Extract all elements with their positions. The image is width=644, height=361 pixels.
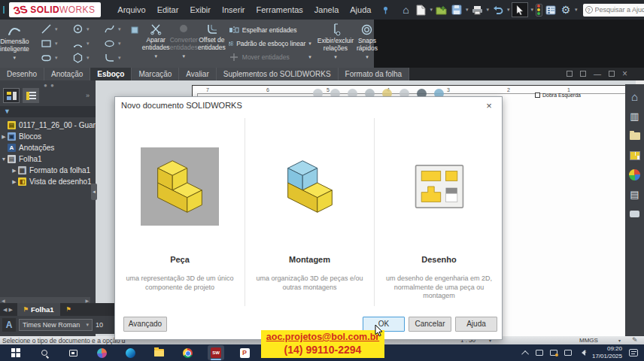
network-icon[interactable] — [564, 350, 572, 356]
snaps-caret[interactable]: ▾ — [366, 54, 369, 60]
expand-icon[interactable]: ▶ — [11, 168, 18, 174]
checkbox-icon[interactable] — [535, 93, 540, 98]
tree-item-blocos[interactable]: ▶ ▣ Blocos — [0, 131, 96, 142]
cancel-button[interactable]: Cancelar — [409, 317, 451, 332]
menu-ferramentas[interactable]: Ferramentas — [256, 5, 302, 14]
doc-prev-icon[interactable] — [567, 71, 573, 77]
tree-root-item[interactable]: ▤ 0117_11_26_00 - Guarda Cor — [0, 120, 96, 131]
sheet-nav-icons[interactable]: ◀▶ — [3, 307, 14, 313]
new-document-caret[interactable]: ▾ — [430, 7, 433, 13]
tab-desenho[interactable]: Desenho — [0, 68, 44, 80]
format-a-icon[interactable]: A — [2, 318, 16, 332]
spline-tool[interactable]: ▾ — [97, 23, 129, 35]
rebuild-traffic-light-icon[interactable] — [536, 4, 542, 17]
point-tool[interactable] — [130, 20, 139, 68]
option-drawing[interactable]: Desenho um desenho de engenharia em 2D, … — [374, 118, 503, 306]
smart-dimension-button[interactable]: Dimensão inteligente ▾ — [0, 20, 29, 68]
print-icon[interactable] — [470, 3, 484, 17]
tab-anotacao[interactable]: Anotação — [44, 68, 90, 80]
smart-dimension-caret[interactable]: ▾ — [14, 55, 17, 61]
option-part[interactable]: Peça uma representação 3D de um único co… — [115, 118, 245, 306]
trim-caret[interactable]: ▾ — [154, 53, 157, 59]
start-button[interactable] — [8, 345, 24, 360]
polygon-tool[interactable]: ▾ — [65, 52, 97, 63]
arc-tool[interactable]: ▾ — [65, 38, 97, 49]
line-tool[interactable]: ▾ — [34, 23, 65, 35]
open-icon[interactable] — [435, 3, 448, 17]
tab-avaliar[interactable]: Avaliar — [179, 68, 216, 80]
tray-update-icon[interactable] — [550, 350, 557, 356]
menu-editar[interactable]: Editar — [157, 5, 179, 14]
save-icon[interactable] — [450, 3, 463, 17]
select-tool-button[interactable] — [512, 2, 528, 17]
option-assembly[interactable]: Montagem uma organização 3D de peças e/o… — [245, 118, 374, 306]
sheet-tab-folha1[interactable]: ⚑ Folha1 — [17, 303, 60, 316]
menu-arquivo[interactable]: Arquivo — [117, 5, 145, 14]
panel-horizontal-scrollbar[interactable]: ◀ ▶ — [0, 297, 90, 303]
font-family-select[interactable]: Times New Roman ▾ — [19, 319, 93, 331]
mirror-entities-button[interactable]: Espelhar entidades — [229, 26, 311, 35]
tray-device-icon[interactable] — [536, 350, 543, 356]
home-tab-icon[interactable]: ⌂ — [628, 90, 641, 103]
units-value[interactable]: MMGS — [579, 337, 598, 344]
settings-caret[interactable]: ▾ — [575, 7, 578, 13]
font-size-value[interactable]: 10 — [96, 321, 103, 329]
fillet-tool[interactable]: ▾ — [97, 52, 129, 63]
print-caret[interactable]: ▾ — [486, 7, 489, 13]
appearances-icon[interactable] — [628, 168, 641, 181]
display-relations-button[interactable]: Exibir/excluir relações ▾ — [317, 20, 354, 68]
file-explorer-folder-icon[interactable] — [628, 129, 641, 142]
scroll-right-icon[interactable]: ▶ — [85, 298, 89, 303]
quick-snaps-button[interactable]: Snaps rápidos ▾ — [357, 20, 378, 68]
doc-minimize-icon[interactable]: — — [594, 70, 601, 78]
tab-esboco[interactable]: Esboço — [90, 68, 132, 80]
chrome-button[interactable] — [179, 345, 196, 360]
dialog-close-icon[interactable]: × — [482, 100, 496, 111]
volume-muted-icon[interactable] — [579, 350, 585, 356]
options-list-icon[interactable] — [544, 3, 557, 17]
expand-icon[interactable]: ▶ — [0, 134, 8, 140]
file-explorer-button[interactable] — [150, 345, 167, 360]
offset-entities-button[interactable]: Offset de entidades — [198, 20, 226, 68]
rectangle-tool[interactable]: ▾ — [34, 38, 65, 49]
doc-next-icon[interactable] — [580, 71, 586, 77]
circle-tool[interactable]: ▾ — [65, 23, 97, 35]
edge-button[interactable] — [122, 345, 138, 360]
save-caret[interactable]: ▾ — [466, 7, 469, 13]
linear-pattern-caret[interactable]: ▾ — [308, 41, 311, 47]
tree-item-folha1[interactable]: ▼ ▤ Folha1 — [0, 153, 96, 165]
doc-restore-icon[interactable] — [609, 71, 615, 77]
home-icon[interactable]: ⌂ — [399, 3, 412, 17]
tree-item-anotacoes[interactable]: A Anotações — [0, 142, 96, 153]
new-document-icon[interactable] — [414, 3, 427, 17]
panel-collapse-handle[interactable]: ◂ — [91, 184, 97, 200]
menu-exibir[interactable]: Exibir — [190, 5, 211, 14]
linear-pattern-button[interactable]: Padrão de esboço linear ▾ — [229, 39, 311, 48]
custom-properties-icon[interactable]: ▤ — [628, 188, 641, 201]
font-combo-caret[interactable]: ▾ — [86, 322, 89, 328]
help-search-input[interactable]: ? Pesquisar a Ajuda do ▾ — [583, 4, 644, 17]
scroll-left-icon[interactable]: ◀ — [2, 298, 5, 303]
tree-filter-bar[interactable]: ▼ — [0, 106, 96, 117]
solidworks-taskbar-button[interactable]: SW — [208, 345, 224, 360]
taskbar-clock[interactable]: 09:20 17/01/2025 — [592, 345, 622, 359]
help-button[interactable]: Ajuda — [455, 317, 497, 332]
expand-icon[interactable]: ▶ — [11, 179, 18, 185]
tree-item-vista-desenho1[interactable]: ▶ ◧ Vista de desenho1 — [0, 176, 96, 187]
tab-suplementos[interactable]: Suplementos do SOLIDWORKS — [217, 68, 339, 80]
undo-icon[interactable] — [491, 3, 505, 17]
trim-entities-button[interactable]: Aparar entidades ▾ — [142, 20, 170, 68]
collapse-icon[interactable]: ▼ — [0, 156, 8, 162]
copilot-button[interactable] — [93, 345, 110, 360]
menu-janela[interactable]: Janela — [314, 5, 339, 14]
design-library-books-icon[interactable]: ▥ — [628, 110, 641, 123]
comments-icon[interactable] — [628, 208, 641, 220]
slot-tool[interactable]: ▾ — [34, 52, 65, 63]
tray-expand-chevron-icon[interactable] — [521, 350, 529, 357]
advanced-button[interactable]: Avançado — [123, 317, 167, 332]
relations-caret[interactable]: ▾ — [334, 54, 337, 60]
powerpoint-button[interactable]: P — [236, 345, 253, 360]
dialog-title-bar[interactable]: Novo documento SOLIDWORKS × — [115, 97, 502, 114]
pin-icon[interactable] — [381, 3, 390, 17]
design-library-icon[interactable] — [628, 149, 641, 162]
